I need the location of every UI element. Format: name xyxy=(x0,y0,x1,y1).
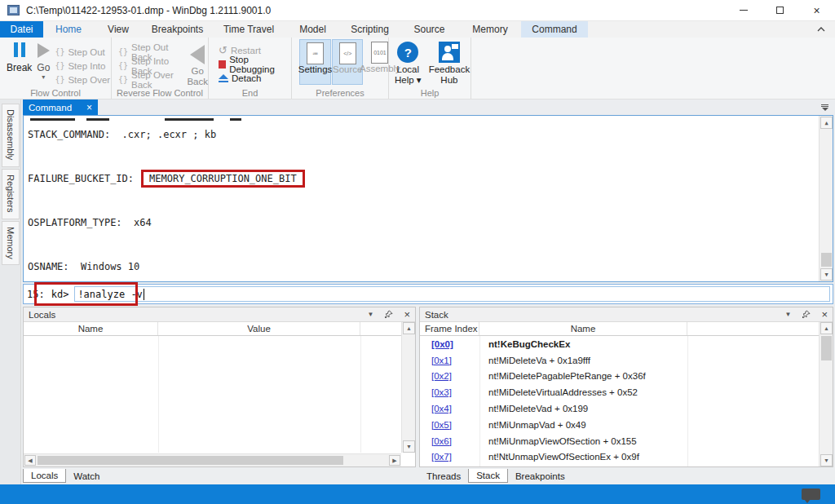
tab-memory[interactable]: Memory xyxy=(459,21,521,38)
frame-index-link[interactable]: [0x3] xyxy=(420,387,479,397)
step-into-button[interactable]: {}Step Into xyxy=(55,60,110,72)
chevron-up-icon xyxy=(817,27,825,32)
tab-view[interactable]: View xyxy=(94,21,143,38)
scroll-up-button[interactable]: ▲ xyxy=(820,117,833,129)
prompt-number: 15: xyxy=(27,289,45,300)
tab-stack[interactable]: Stack xyxy=(468,469,508,483)
close-button[interactable]: × xyxy=(798,0,835,20)
maximize-button[interactable] xyxy=(762,0,798,20)
locals-col-value[interactable]: Value xyxy=(158,322,360,335)
tab-threads[interactable]: Threads xyxy=(419,469,468,483)
document-list-icon[interactable] xyxy=(821,104,828,111)
ribbon-collapse-button[interactable] xyxy=(807,21,835,38)
go-dropdown-caret: ▾ xyxy=(42,73,45,81)
clipped-output-line xyxy=(28,116,354,121)
command-tab-close-icon[interactable]: × xyxy=(86,102,92,113)
tab-watch[interactable]: Watch xyxy=(66,469,107,483)
group-flow-control: Break Go ▾ {}Step Out {}Step Into {}Step… xyxy=(0,38,112,99)
status-bar xyxy=(0,484,835,504)
step-out-back-icon: {} xyxy=(118,47,128,56)
tab-datei[interactable]: Datei xyxy=(0,21,43,38)
locals-scroll-left[interactable]: ◀ xyxy=(24,455,36,466)
group-label-reverse-flow-control: Reverse Flow Control xyxy=(112,88,208,98)
go-back-label-1: Go xyxy=(187,66,208,77)
tab-time-travel[interactable]: Time Travel xyxy=(212,21,285,38)
locals-scroll-right[interactable]: ▶ xyxy=(389,455,400,466)
stack-scroll-down[interactable]: ▼ xyxy=(820,454,833,466)
failure-bucket-annotation: MEMORY_CORRUPTION_ONE_BIT xyxy=(141,170,305,188)
frame-index-link[interactable]: [0x0] xyxy=(420,339,479,349)
locals-tab-bar: Locals Watch xyxy=(23,469,107,483)
frame-index-link[interactable]: [0x7] xyxy=(420,452,479,462)
failure-bucket-label: FAILURE_BUCKET_ID: xyxy=(28,173,134,184)
prompt-kd: kd> xyxy=(51,289,69,300)
stack-pin-icon[interactable] xyxy=(802,310,811,319)
frame-name: nt!MiUnmapViewOfSection + 0x155 xyxy=(479,436,637,446)
locals-vertical-scrollbar[interactable]: ▲ ▼ xyxy=(401,322,415,453)
output-osname: OSNAME: Windows 10 xyxy=(28,255,816,277)
frame-index-link[interactable]: [0x4] xyxy=(420,404,479,413)
command-output-scrollbar[interactable]: ▲ ▼ xyxy=(819,116,833,281)
tab-breakpoints[interactable]: Breakpoints xyxy=(143,21,212,38)
scroll-thumb[interactable] xyxy=(821,253,832,267)
frame-index-link[interactable]: [0x5] xyxy=(420,420,479,430)
title-bar: C:\Temp\011422-12953-01.dmp - WinDbg 1.2… xyxy=(0,0,835,21)
source-doc-icon: </> xyxy=(339,42,356,64)
stack-col-frame-index[interactable]: Frame Index xyxy=(420,322,479,335)
command-document-tab[interactable]: Command × xyxy=(23,99,98,115)
document-tab-bar: Command × xyxy=(21,99,835,115)
step-over-back-icon: {} xyxy=(118,75,128,84)
tab-breakpoints[interactable]: Breakpoints xyxy=(508,469,572,483)
tab-source[interactable]: Source xyxy=(400,21,459,38)
step-over-button[interactable]: {}Step Over xyxy=(55,73,110,86)
tab-model[interactable]: Model xyxy=(285,21,340,38)
break-label: Break xyxy=(7,62,32,73)
command-input-row: 15: kd> !analyze -v xyxy=(23,284,833,304)
locals-pin-icon[interactable] xyxy=(384,310,393,319)
locals-grid-header: Name Value xyxy=(24,322,415,336)
break-button[interactable]: Break xyxy=(7,42,32,87)
stack-col-name[interactable]: Name xyxy=(479,322,687,335)
tab-command[interactable]: Command xyxy=(521,21,588,38)
locals-col-name[interactable]: Name xyxy=(24,322,158,335)
feedback-bubble-icon[interactable] xyxy=(802,489,820,500)
command-output[interactable]: STACK_COMMAND: .cxr; .ecxr ; kb FAILURE_… xyxy=(23,115,833,282)
stop-debugging-button[interactable]: Stop Debugging xyxy=(219,58,291,70)
frame-index-link[interactable]: [0x2] xyxy=(420,371,479,381)
frame-index-link[interactable]: [0x6] xyxy=(420,436,479,446)
source-button[interactable]: </> Source xyxy=(332,39,363,85)
step-out-label: Step Out xyxy=(68,47,104,57)
stack-vertical-scrollbar[interactable]: ▲ ▼ xyxy=(819,322,833,466)
settings-button[interactable]: ≔ Settings xyxy=(299,39,331,85)
minimize-button[interactable] xyxy=(725,0,762,20)
step-into-label: Step Into xyxy=(68,61,105,71)
tab-locals[interactable]: Locals xyxy=(23,469,66,483)
stack-title: Stack xyxy=(425,310,448,320)
step-over-back-button[interactable]: {}Step Over Back xyxy=(118,73,180,86)
scroll-down-button[interactable]: ▼ xyxy=(820,268,833,281)
stack-scroll-thumb[interactable] xyxy=(821,336,832,360)
command-input[interactable]: !analyze -v xyxy=(74,286,830,302)
feedback-hub-button[interactable]: Feedback Hub xyxy=(429,42,471,86)
locals-hscroll-thumb[interactable] xyxy=(38,456,343,465)
sidebar-tab-registers[interactable]: Registers xyxy=(2,169,20,219)
locals-grid-body[interactable] xyxy=(24,336,401,453)
stack-scroll-up[interactable]: ▲ xyxy=(820,322,833,334)
stack-close-icon[interactable]: × xyxy=(821,308,828,321)
restart-icon: ↺ xyxy=(219,44,228,56)
stack-menu-icon[interactable]: ▼ xyxy=(784,311,791,318)
local-help-button[interactable]: ? Local Help ▾ xyxy=(395,42,422,86)
go-button[interactable]: Go ▾ xyxy=(37,42,50,87)
tab-scripting[interactable]: Scripting xyxy=(340,21,400,38)
tab-home[interactable]: Home xyxy=(43,21,94,38)
go-back-button[interactable]: Go Back xyxy=(187,42,208,87)
step-out-button[interactable]: {}Step Out xyxy=(55,46,110,58)
locals-horizontal-scrollbar[interactable]: ◀ ▶ xyxy=(24,453,401,466)
locals-menu-icon[interactable]: ▼ xyxy=(367,311,373,318)
sidebar-tab-memory[interactable]: Memory xyxy=(2,221,20,265)
frame-index-link[interactable]: [0x1] xyxy=(420,356,479,365)
locals-scroll-down[interactable]: ▼ xyxy=(403,440,415,453)
locals-scroll-up[interactable]: ▲ xyxy=(403,322,415,334)
sidebar-tab-disassembly[interactable]: Disassembly xyxy=(2,104,20,167)
locals-close-icon[interactable]: × xyxy=(404,308,410,321)
